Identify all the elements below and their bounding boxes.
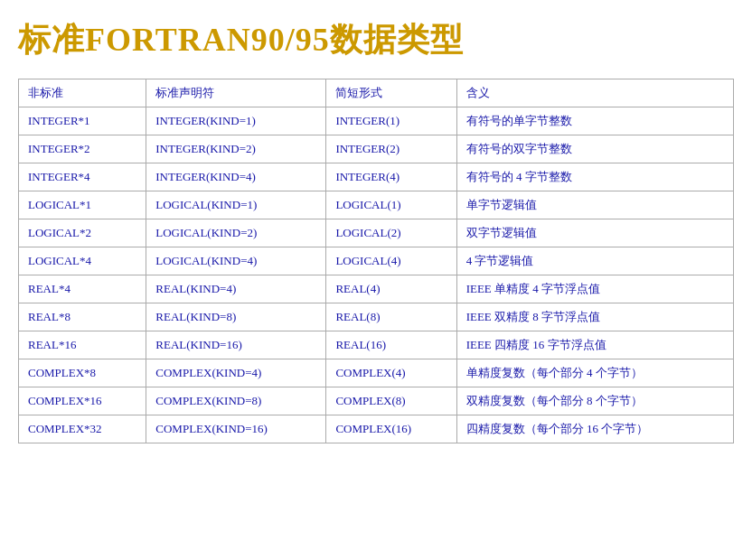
table-cell: LOGICAL*1: [19, 191, 146, 219]
table-header-cell: 含义: [456, 79, 733, 107]
table-cell: INTEGER*4: [19, 163, 146, 191]
table-cell: INTEGER(KIND=2): [146, 135, 326, 163]
table-cell: COMPLEX(KIND=4): [146, 359, 326, 387]
table-cell: 双精度复数（每个部分 8 个字节）: [456, 387, 733, 415]
table-cell: 4 字节逻辑值: [456, 247, 733, 275]
table-header-cell: 非标准: [19, 79, 146, 107]
table-cell: 双字节逻辑值: [456, 219, 733, 247]
table-row: REAL*4REAL(KIND=4)REAL(4)IEEE 单精度 4 字节浮点…: [19, 275, 734, 303]
table-cell: COMPLEX(8): [326, 387, 456, 415]
data-table: 非标准标准声明符简短形式含义 INTEGER*1INTEGER(KIND=1)I…: [18, 79, 734, 443]
table-cell: LOGICAL*2: [19, 219, 146, 247]
table-cell: 四精度复数（每个部分 16 个字节）: [456, 415, 733, 443]
table-cell: INTEGER(1): [326, 107, 456, 135]
table-cell: REAL(KIND=16): [146, 331, 326, 359]
table-cell: COMPLEX*8: [19, 359, 146, 387]
table-body: INTEGER*1INTEGER(KIND=1)INTEGER(1)有符号的单字…: [19, 107, 734, 443]
table-header-cell: 简短形式: [326, 79, 456, 107]
table-cell: REAL(8): [326, 303, 456, 331]
table-row: LOGICAL*4LOGICAL(KIND=4)LOGICAL(4)4 字节逻辑…: [19, 247, 734, 275]
table-cell: INTEGER*1: [19, 107, 146, 135]
table-row: COMPLEX*8COMPLEX(KIND=4)COMPLEX(4)单精度复数（…: [19, 359, 734, 387]
table-cell: INTEGER*2: [19, 135, 146, 163]
table-cell: IEEE 双精度 8 字节浮点值: [456, 303, 733, 331]
table-row: REAL*8REAL(KIND=8)REAL(8)IEEE 双精度 8 字节浮点…: [19, 303, 734, 331]
table-row: LOGICAL*2LOGICAL(KIND=2)LOGICAL(2)双字节逻辑值: [19, 219, 734, 247]
table-cell: COMPLEX(KIND=16): [146, 415, 326, 443]
table-cell: REAL(KIND=8): [146, 303, 326, 331]
table-cell: INTEGER(KIND=4): [146, 163, 326, 191]
table-cell: REAL(16): [326, 331, 456, 359]
table-cell: 单精度复数（每个部分 4 个字节）: [456, 359, 733, 387]
table-cell: INTEGER(2): [326, 135, 456, 163]
table-row: INTEGER*1INTEGER(KIND=1)INTEGER(1)有符号的单字…: [19, 107, 734, 135]
table-cell: COMPLEX*16: [19, 387, 146, 415]
table-cell: INTEGER(4): [326, 163, 456, 191]
table-cell: REAL*16: [19, 331, 146, 359]
table-cell: LOGICAL(4): [326, 247, 456, 275]
table-cell: COMPLEX*32: [19, 415, 146, 443]
table-row: COMPLEX*32COMPLEX(KIND=16)COMPLEX(16)四精度…: [19, 415, 734, 443]
table-cell: REAL(KIND=4): [146, 275, 326, 303]
table-cell: LOGICAL(KIND=1): [146, 191, 326, 219]
table-cell: IEEE 四精度 16 字节浮点值: [456, 331, 733, 359]
table-cell: 有符号的 4 字节整数: [456, 163, 733, 191]
table-cell: LOGICAL(1): [326, 191, 456, 219]
table-cell: 有符号的单字节整数: [456, 107, 733, 135]
table-cell: LOGICAL(KIND=2): [146, 219, 326, 247]
table-cell: COMPLEX(KIND=8): [146, 387, 326, 415]
table-cell: COMPLEX(4): [326, 359, 456, 387]
table-row: LOGICAL*1LOGICAL(KIND=1)LOGICAL(1)单字节逻辑值: [19, 191, 734, 219]
table-header-row: 非标准标准声明符简短形式含义: [19, 79, 734, 107]
table-cell: 有符号的双字节整数: [456, 135, 733, 163]
table-row: INTEGER*4INTEGER(KIND=4)INTEGER(4)有符号的 4…: [19, 163, 734, 191]
table-cell: LOGICAL(2): [326, 219, 456, 247]
table-cell: LOGICAL*4: [19, 247, 146, 275]
table-header-cell: 标准声明符: [146, 79, 326, 107]
table-cell: INTEGER(KIND=1): [146, 107, 326, 135]
table-cell: LOGICAL(KIND=4): [146, 247, 326, 275]
table-row: COMPLEX*16COMPLEX(KIND=8)COMPLEX(8)双精度复数…: [19, 387, 734, 415]
table-cell: REAL*8: [19, 303, 146, 331]
page-title: 标准FORTRAN90/95数据类型: [18, 18, 734, 62]
table-cell: REAL*4: [19, 275, 146, 303]
table-cell: COMPLEX(16): [326, 415, 456, 443]
table-cell: 单字节逻辑值: [456, 191, 733, 219]
table-cell: REAL(4): [326, 275, 456, 303]
table-cell: IEEE 单精度 4 字节浮点值: [456, 275, 733, 303]
table-row: REAL*16REAL(KIND=16)REAL(16)IEEE 四精度 16 …: [19, 331, 734, 359]
table-row: INTEGER*2INTEGER(KIND=2)INTEGER(2)有符号的双字…: [19, 135, 734, 163]
